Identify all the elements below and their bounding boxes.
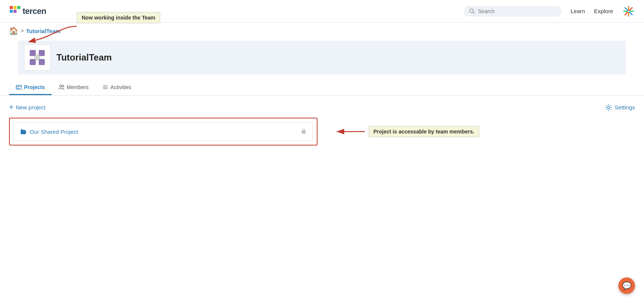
new-project-label: New project bbox=[16, 104, 46, 111]
chat-icon: 💬 bbox=[622, 281, 632, 290]
header-right: Learn Explore bbox=[464, 5, 635, 18]
settings-button[interactable]: Settings bbox=[605, 104, 635, 111]
team-logo-box bbox=[24, 44, 50, 71]
settings-icon bbox=[605, 104, 612, 111]
svg-rect-2 bbox=[17, 6, 20, 9]
logo-text: tercen bbox=[23, 6, 46, 16]
svg-rect-4 bbox=[14, 10, 17, 13]
annotation-arrow-2 bbox=[335, 126, 369, 137]
projects-tab-icon bbox=[16, 84, 22, 90]
lock-icon bbox=[301, 128, 307, 135]
tabs: Projects Members Activities bbox=[0, 80, 644, 95]
settings-label: Settings bbox=[615, 104, 635, 111]
svg-line-11 bbox=[625, 8, 628, 10]
breadcrumb-separator: > bbox=[21, 28, 24, 34]
tooltip-team: Now working inside the Team bbox=[77, 12, 160, 23]
projects-highlight-box: Our Shared Project bbox=[9, 118, 317, 145]
new-project-button[interactable]: + New project bbox=[9, 103, 46, 112]
tab-members[interactable]: Members bbox=[52, 80, 95, 95]
plus-icon: + bbox=[9, 103, 14, 112]
search-bar[interactable] bbox=[464, 6, 562, 17]
explore-link[interactable]: Explore bbox=[594, 8, 613, 14]
content-area: + New project Settings Our bbox=[0, 95, 644, 153]
project-name-text: Our Shared Project bbox=[30, 129, 78, 135]
tab-members-label: Members bbox=[67, 84, 88, 90]
action-row: + New project Settings bbox=[9, 103, 635, 112]
header-left: tercen bbox=[9, 5, 46, 17]
learn-link[interactable]: Learn bbox=[571, 8, 585, 14]
svg-point-25 bbox=[59, 85, 62, 87]
project-name: Our Shared Project bbox=[20, 128, 78, 135]
svg-line-13 bbox=[630, 8, 632, 10]
team-header: TutorialTeam bbox=[9, 41, 635, 74]
home-icon[interactable]: 🏠 bbox=[9, 26, 18, 35]
members-tab-icon bbox=[58, 84, 64, 90]
search-input[interactable] bbox=[478, 8, 556, 14]
svg-rect-31 bbox=[302, 130, 305, 133]
annotation-project: Project is accessable by team members. bbox=[335, 126, 479, 137]
svg-line-12 bbox=[630, 12, 632, 15]
team-logo-icon bbox=[28, 48, 46, 67]
svg-rect-1 bbox=[14, 6, 17, 9]
tooltip-project: Project is accessable by team members. bbox=[369, 126, 479, 137]
tab-projects[interactable]: Projects bbox=[9, 80, 52, 95]
chat-bubble[interactable]: 💬 bbox=[618, 277, 635, 294]
svg-rect-20 bbox=[34, 55, 40, 61]
tab-activities-label: Activities bbox=[111, 84, 131, 90]
tab-activities[interactable]: Activities bbox=[96, 80, 138, 95]
svg-point-26 bbox=[62, 85, 64, 87]
breadcrumb-section: 🏠 > TutorialTeam Now working inside the … bbox=[0, 23, 644, 35]
svg-point-30 bbox=[608, 106, 610, 109]
activities-tab-icon bbox=[102, 84, 108, 90]
team-name: TutorialTeam bbox=[56, 52, 112, 63]
folder-icon bbox=[20, 128, 27, 135]
svg-rect-0 bbox=[10, 6, 13, 9]
svg-line-14 bbox=[625, 12, 628, 15]
tab-projects-label: Projects bbox=[24, 84, 45, 90]
search-icon bbox=[469, 8, 475, 14]
logo-icon bbox=[9, 5, 21, 17]
logo[interactable]: tercen bbox=[9, 5, 46, 17]
user-avatar[interactable] bbox=[622, 5, 635, 18]
svg-rect-3 bbox=[10, 10, 13, 13]
project-card[interactable]: Our Shared Project bbox=[14, 122, 313, 141]
annotation-arrow-1 bbox=[32, 21, 80, 43]
svg-line-6 bbox=[473, 12, 474, 14]
projects-section: Our Shared Project bbox=[9, 118, 317, 145]
